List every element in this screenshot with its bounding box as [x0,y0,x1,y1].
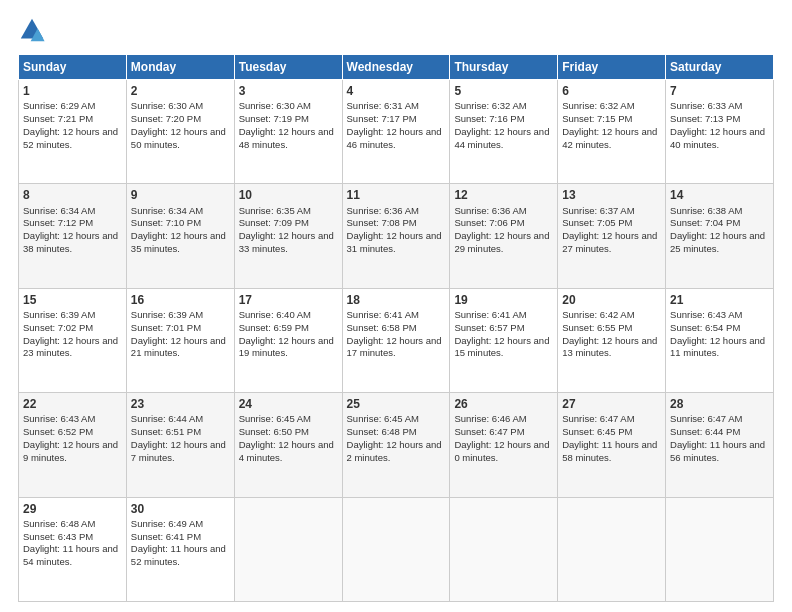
week-row-2: 8Sunrise: 6:34 AMSunset: 7:12 PMDaylight… [19,184,774,288]
weekday-header-thursday: Thursday [450,55,558,80]
sunrise: Sunrise: 6:42 AM [562,309,634,320]
calendar-cell: 18Sunrise: 6:41 AMSunset: 6:58 PMDayligh… [342,288,450,392]
daylight: Daylight: 12 hours and 52 minutes. [23,126,118,150]
calendar-cell: 15Sunrise: 6:39 AMSunset: 7:02 PMDayligh… [19,288,127,392]
sunrise: Sunrise: 6:41 AM [454,309,526,320]
calendar-cell: 30Sunrise: 6:49 AMSunset: 6:41 PMDayligh… [126,497,234,601]
day-number: 8 [23,187,122,203]
sunrise: Sunrise: 6:31 AM [347,100,419,111]
sunset: Sunset: 6:59 PM [239,322,309,333]
sunrise: Sunrise: 6:37 AM [562,205,634,216]
daylight: Daylight: 12 hours and 46 minutes. [347,126,442,150]
day-number: 24 [239,396,338,412]
sunset: Sunset: 6:45 PM [562,426,632,437]
sunrise: Sunrise: 6:40 AM [239,309,311,320]
day-number: 4 [347,83,446,99]
sunrise: Sunrise: 6:45 AM [239,413,311,424]
sunset: Sunset: 6:48 PM [347,426,417,437]
daylight: Daylight: 11 hours and 52 minutes. [131,543,226,567]
calendar-cell: 5Sunrise: 6:32 AMSunset: 7:16 PMDaylight… [450,80,558,184]
sunset: Sunset: 6:54 PM [670,322,740,333]
sunset: Sunset: 6:50 PM [239,426,309,437]
day-number: 12 [454,187,553,203]
daylight: Daylight: 12 hours and 40 minutes. [670,126,765,150]
sunrise: Sunrise: 6:47 AM [670,413,742,424]
calendar-cell: 26Sunrise: 6:46 AMSunset: 6:47 PMDayligh… [450,393,558,497]
sunrise: Sunrise: 6:41 AM [347,309,419,320]
day-number: 2 [131,83,230,99]
day-number: 14 [670,187,769,203]
daylight: Daylight: 12 hours and 27 minutes. [562,230,657,254]
sunrise: Sunrise: 6:34 AM [131,205,203,216]
daylight: Daylight: 12 hours and 0 minutes. [454,439,549,463]
daylight: Daylight: 11 hours and 54 minutes. [23,543,118,567]
sunset: Sunset: 7:16 PM [454,113,524,124]
day-number: 7 [670,83,769,99]
sunset: Sunset: 7:08 PM [347,217,417,228]
calendar-cell: 29Sunrise: 6:48 AMSunset: 6:43 PMDayligh… [19,497,127,601]
sunrise: Sunrise: 6:45 AM [347,413,419,424]
calendar-cell: 28Sunrise: 6:47 AMSunset: 6:44 PMDayligh… [666,393,774,497]
calendar-cell: 9Sunrise: 6:34 AMSunset: 7:10 PMDaylight… [126,184,234,288]
sunrise: Sunrise: 6:34 AM [23,205,95,216]
sunrise: Sunrise: 6:49 AM [131,518,203,529]
sunrise: Sunrise: 6:44 AM [131,413,203,424]
calendar-cell [450,497,558,601]
daylight: Daylight: 12 hours and 48 minutes. [239,126,334,150]
daylight: Daylight: 12 hours and 19 minutes. [239,335,334,359]
sunrise: Sunrise: 6:48 AM [23,518,95,529]
daylight: Daylight: 12 hours and 25 minutes. [670,230,765,254]
day-number: 30 [131,501,230,517]
calendar-cell: 27Sunrise: 6:47 AMSunset: 6:45 PMDayligh… [558,393,666,497]
daylight: Daylight: 12 hours and 44 minutes. [454,126,549,150]
sunset: Sunset: 7:04 PM [670,217,740,228]
sunrise: Sunrise: 6:33 AM [670,100,742,111]
sunset: Sunset: 7:13 PM [670,113,740,124]
weekday-header-row: SundayMondayTuesdayWednesdayThursdayFrid… [19,55,774,80]
daylight: Daylight: 12 hours and 50 minutes. [131,126,226,150]
sunrise: Sunrise: 6:35 AM [239,205,311,216]
calendar-cell: 14Sunrise: 6:38 AMSunset: 7:04 PMDayligh… [666,184,774,288]
day-number: 6 [562,83,661,99]
day-number: 3 [239,83,338,99]
sunset: Sunset: 6:51 PM [131,426,201,437]
calendar-cell: 3Sunrise: 6:30 AMSunset: 7:19 PMDaylight… [234,80,342,184]
daylight: Daylight: 12 hours and 9 minutes. [23,439,118,463]
daylight: Daylight: 12 hours and 42 minutes. [562,126,657,150]
weekday-header-sunday: Sunday [19,55,127,80]
daylight: Daylight: 11 hours and 58 minutes. [562,439,657,463]
sunset: Sunset: 6:57 PM [454,322,524,333]
calendar-cell: 12Sunrise: 6:36 AMSunset: 7:06 PMDayligh… [450,184,558,288]
sunrise: Sunrise: 6:30 AM [131,100,203,111]
daylight: Daylight: 11 hours and 56 minutes. [670,439,765,463]
daylight: Daylight: 12 hours and 31 minutes. [347,230,442,254]
sunrise: Sunrise: 6:32 AM [454,100,526,111]
calendar-cell: 21Sunrise: 6:43 AMSunset: 6:54 PMDayligh… [666,288,774,392]
day-number: 20 [562,292,661,308]
day-number: 5 [454,83,553,99]
sunrise: Sunrise: 6:46 AM [454,413,526,424]
daylight: Daylight: 12 hours and 2 minutes. [347,439,442,463]
sunrise: Sunrise: 6:30 AM [239,100,311,111]
daylight: Daylight: 12 hours and 21 minutes. [131,335,226,359]
sunset: Sunset: 7:02 PM [23,322,93,333]
weekday-header-tuesday: Tuesday [234,55,342,80]
day-number: 27 [562,396,661,412]
logo [18,16,50,44]
daylight: Daylight: 12 hours and 13 minutes. [562,335,657,359]
calendar-cell: 25Sunrise: 6:45 AMSunset: 6:48 PMDayligh… [342,393,450,497]
daylight: Daylight: 12 hours and 38 minutes. [23,230,118,254]
day-number: 18 [347,292,446,308]
sunrise: Sunrise: 6:36 AM [454,205,526,216]
calendar-cell: 19Sunrise: 6:41 AMSunset: 6:57 PMDayligh… [450,288,558,392]
daylight: Daylight: 12 hours and 23 minutes. [23,335,118,359]
calendar-cell: 10Sunrise: 6:35 AMSunset: 7:09 PMDayligh… [234,184,342,288]
sunset: Sunset: 6:47 PM [454,426,524,437]
sunset: Sunset: 7:12 PM [23,217,93,228]
sunset: Sunset: 7:01 PM [131,322,201,333]
calendar-cell: 11Sunrise: 6:36 AMSunset: 7:08 PMDayligh… [342,184,450,288]
calendar-cell: 24Sunrise: 6:45 AMSunset: 6:50 PMDayligh… [234,393,342,497]
daylight: Daylight: 12 hours and 29 minutes. [454,230,549,254]
sunset: Sunset: 7:17 PM [347,113,417,124]
sunset: Sunset: 6:43 PM [23,531,93,542]
